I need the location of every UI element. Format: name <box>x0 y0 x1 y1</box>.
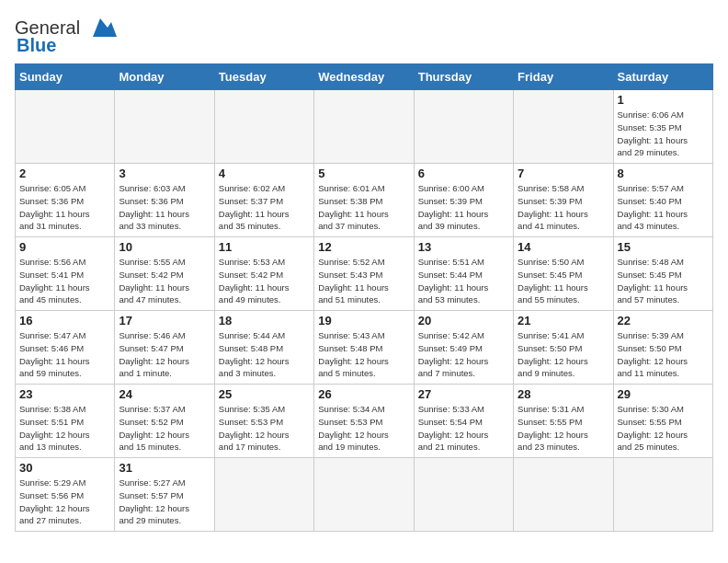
sun-info: Sunrise: 6:03 AM Sunset: 5:36 PM Dayligh… <box>119 182 210 233</box>
calendar-week-5: 30Sunrise: 5:29 AM Sunset: 5:56 PM Dayli… <box>16 458 713 532</box>
calendar-cell: 10Sunrise: 5:55 AM Sunset: 5:42 PM Dayli… <box>115 237 214 311</box>
day-number: 17 <box>119 314 210 327</box>
calendar-cell: 6Sunrise: 6:00 AM Sunset: 5:39 PM Daylig… <box>414 164 513 237</box>
calendar-cell: 20Sunrise: 5:42 AM Sunset: 5:49 PM Dayli… <box>414 311 513 385</box>
sun-info: Sunrise: 5:57 AM Sunset: 5:40 PM Dayligh… <box>618 182 709 233</box>
day-number: 16 <box>19 314 110 327</box>
header-tuesday: Tuesday <box>214 64 313 90</box>
calendar-cell: 26Sunrise: 5:34 AM Sunset: 5:53 PM Dayli… <box>314 385 414 458</box>
calendar-cell: 25Sunrise: 5:35 AM Sunset: 5:53 PM Dayli… <box>214 385 313 458</box>
logo: General Blue <box>15 15 117 56</box>
sun-info: Sunrise: 5:51 AM Sunset: 5:44 PM Dayligh… <box>418 256 509 306</box>
sun-info: Sunrise: 5:39 AM Sunset: 5:50 PM Dayligh… <box>618 329 709 380</box>
calendar-cell <box>414 458 513 532</box>
calendar-cell: 19Sunrise: 5:43 AM Sunset: 5:48 PM Dayli… <box>314 311 414 385</box>
header-monday: Monday <box>115 64 214 90</box>
day-number: 29 <box>618 387 709 401</box>
calendar-cell: 7Sunrise: 5:58 AM Sunset: 5:39 PM Daylig… <box>514 164 613 237</box>
calendar-cell: 4Sunrise: 6:02 AM Sunset: 5:37 PM Daylig… <box>214 164 313 237</box>
calendar-cell: 17Sunrise: 5:46 AM Sunset: 5:47 PM Dayli… <box>115 311 214 385</box>
calendar-cell <box>514 458 613 532</box>
logo-icon <box>84 15 117 40</box>
sun-info: Sunrise: 5:43 AM Sunset: 5:48 PM Dayligh… <box>318 329 409 380</box>
calendar-cell: 14Sunrise: 5:50 AM Sunset: 5:45 PM Dayli… <box>514 237 613 311</box>
calendar-cell: 13Sunrise: 5:51 AM Sunset: 5:44 PM Dayli… <box>414 237 513 311</box>
day-number: 24 <box>119 387 210 401</box>
calendar-cell <box>514 90 613 164</box>
sun-info: Sunrise: 5:37 AM Sunset: 5:52 PM Dayligh… <box>119 403 210 454</box>
sun-info: Sunrise: 5:50 AM Sunset: 5:45 PM Dayligh… <box>518 256 609 306</box>
calendar-week-3: 16Sunrise: 5:47 AM Sunset: 5:46 PM Dayli… <box>16 311 713 385</box>
sun-info: Sunrise: 5:27 AM Sunset: 5:57 PM Dayligh… <box>119 477 210 527</box>
day-number: 13 <box>418 240 509 254</box>
sun-info: Sunrise: 6:02 AM Sunset: 5:37 PM Dayligh… <box>219 182 310 233</box>
header-friday: Friday <box>514 64 613 90</box>
day-number: 28 <box>518 387 609 401</box>
calendar-table: SundayMondayTuesdayWednesdayThursdayFrid… <box>15 63 713 532</box>
day-number: 20 <box>418 314 509 327</box>
calendar-week-4: 23Sunrise: 5:38 AM Sunset: 5:51 PM Dayli… <box>16 385 713 458</box>
header-wednesday: Wednesday <box>314 64 414 90</box>
sun-info: Sunrise: 5:33 AM Sunset: 5:54 PM Dayligh… <box>418 403 509 454</box>
sun-info: Sunrise: 5:29 AM Sunset: 5:56 PM Dayligh… <box>19 477 110 527</box>
calendar-cell <box>314 458 414 532</box>
calendar-cell: 24Sunrise: 5:37 AM Sunset: 5:52 PM Dayli… <box>115 385 214 458</box>
sun-info: Sunrise: 5:31 AM Sunset: 5:55 PM Dayligh… <box>518 403 609 454</box>
day-number: 31 <box>119 461 210 475</box>
day-number: 7 <box>518 167 609 180</box>
calendar-header-row: SundayMondayTuesdayWednesdayThursdayFrid… <box>16 64 713 90</box>
calendar-cell <box>115 90 214 164</box>
calendar-cell: 1Sunrise: 6:06 AM Sunset: 5:35 PM Daylig… <box>613 90 712 164</box>
sun-info: Sunrise: 5:53 AM Sunset: 5:42 PM Dayligh… <box>219 256 310 306</box>
calendar-cell: 16Sunrise: 5:47 AM Sunset: 5:46 PM Dayli… <box>16 311 115 385</box>
calendar-cell <box>214 90 313 164</box>
calendar-cell: 3Sunrise: 6:03 AM Sunset: 5:36 PM Daylig… <box>115 164 214 237</box>
calendar-cell: 27Sunrise: 5:33 AM Sunset: 5:54 PM Dayli… <box>414 385 513 458</box>
sun-info: Sunrise: 5:48 AM Sunset: 5:45 PM Dayligh… <box>618 256 709 306</box>
calendar-cell: 9Sunrise: 5:56 AM Sunset: 5:41 PM Daylig… <box>16 237 115 311</box>
sun-info: Sunrise: 5:55 AM Sunset: 5:42 PM Dayligh… <box>119 256 210 306</box>
day-number: 15 <box>618 240 709 254</box>
calendar-cell: 8Sunrise: 5:57 AM Sunset: 5:40 PM Daylig… <box>613 164 712 237</box>
sun-info: Sunrise: 5:38 AM Sunset: 5:51 PM Dayligh… <box>19 403 110 454</box>
day-number: 21 <box>518 314 609 327</box>
calendar-cell: 28Sunrise: 5:31 AM Sunset: 5:55 PM Dayli… <box>514 385 613 458</box>
day-number: 19 <box>318 314 409 327</box>
sun-info: Sunrise: 5:58 AM Sunset: 5:39 PM Dayligh… <box>518 182 609 233</box>
calendar-week-2: 9Sunrise: 5:56 AM Sunset: 5:41 PM Daylig… <box>16 237 713 311</box>
sun-info: Sunrise: 6:00 AM Sunset: 5:39 PM Dayligh… <box>418 182 509 233</box>
day-number: 9 <box>19 240 110 254</box>
sun-info: Sunrise: 5:30 AM Sunset: 5:55 PM Dayligh… <box>618 403 709 454</box>
calendar-cell: 31Sunrise: 5:27 AM Sunset: 5:57 PM Dayli… <box>115 458 214 532</box>
header-thursday: Thursday <box>414 64 513 90</box>
calendar-cell: 29Sunrise: 5:30 AM Sunset: 5:55 PM Dayli… <box>613 385 712 458</box>
sun-info: Sunrise: 6:01 AM Sunset: 5:38 PM Dayligh… <box>318 182 409 233</box>
day-number: 8 <box>618 167 709 180</box>
logo-blue-text: Blue <box>17 35 56 56</box>
sun-info: Sunrise: 5:46 AM Sunset: 5:47 PM Dayligh… <box>119 329 210 380</box>
day-number: 23 <box>19 387 110 401</box>
sun-info: Sunrise: 6:05 AM Sunset: 5:36 PM Dayligh… <box>19 182 110 233</box>
day-number: 4 <box>219 167 310 180</box>
calendar-cell <box>414 90 513 164</box>
sun-info: Sunrise: 5:35 AM Sunset: 5:53 PM Dayligh… <box>219 403 310 454</box>
calendar-cell: 15Sunrise: 5:48 AM Sunset: 5:45 PM Dayli… <box>613 237 712 311</box>
calendar-cell: 2Sunrise: 6:05 AM Sunset: 5:36 PM Daylig… <box>16 164 115 237</box>
day-number: 2 <box>19 167 110 180</box>
day-number: 11 <box>219 240 310 254</box>
sun-info: Sunrise: 5:47 AM Sunset: 5:46 PM Dayligh… <box>19 329 110 380</box>
calendar-week-1: 2Sunrise: 6:05 AM Sunset: 5:36 PM Daylig… <box>16 164 713 237</box>
header-saturday: Saturday <box>613 64 712 90</box>
calendar-week-0: 1Sunrise: 6:06 AM Sunset: 5:35 PM Daylig… <box>16 90 713 164</box>
calendar-cell <box>214 458 313 532</box>
calendar-cell: 21Sunrise: 5:41 AM Sunset: 5:50 PM Dayli… <box>514 311 613 385</box>
day-number: 6 <box>418 167 509 180</box>
calendar-cell: 18Sunrise: 5:44 AM Sunset: 5:48 PM Dayli… <box>214 311 313 385</box>
sun-info: Sunrise: 6:06 AM Sunset: 5:35 PM Dayligh… <box>618 109 709 159</box>
calendar-cell: 23Sunrise: 5:38 AM Sunset: 5:51 PM Dayli… <box>16 385 115 458</box>
day-number: 12 <box>318 240 409 254</box>
day-number: 14 <box>518 240 609 254</box>
calendar-cell: 5Sunrise: 6:01 AM Sunset: 5:38 PM Daylig… <box>314 164 414 237</box>
header-sunday: Sunday <box>16 64 115 90</box>
calendar-cell: 22Sunrise: 5:39 AM Sunset: 5:50 PM Dayli… <box>613 311 712 385</box>
